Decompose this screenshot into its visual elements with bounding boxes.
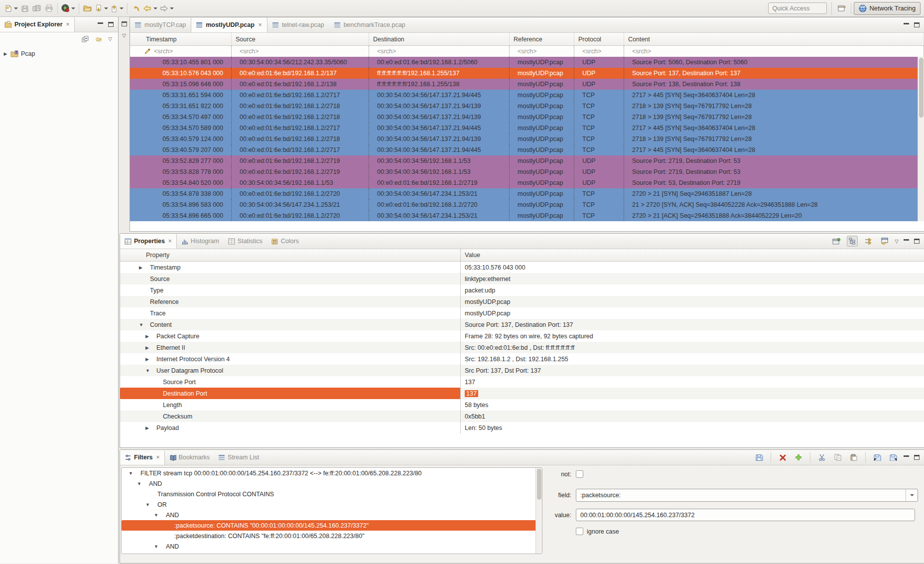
tree-item-pcap[interactable]: ▶ Pcap: [3, 49, 118, 59]
pin-view-button[interactable]: [831, 236, 842, 247]
filter-tree-scrollbar[interactable]: [535, 468, 542, 554]
close-icon[interactable]: ×: [168, 238, 172, 245]
packet-row[interactable]: 05:33:34.570 497 00000:e0:ed:01:6e:bd/19…: [130, 112, 924, 123]
perspective-network-tracing[interactable]: Network Tracing: [854, 2, 921, 15]
paste-button[interactable]: [848, 452, 859, 463]
filter-timestamp-input[interactable]: <srch>: [130, 46, 232, 57]
expander-icon[interactable]: ▼: [139, 322, 150, 327]
quick-access-input[interactable]: Quick Access: [768, 2, 827, 14]
packet-row[interactable]: 05:33:15.096 646 00000:e0:ed:01:6e:bd/19…: [130, 79, 924, 90]
tab-benchmarktrace-pcap[interactable]: benchmarkTrace.pcap: [329, 17, 410, 32]
packet-row[interactable]: 05:33:53.828 778 00000:e0:ed:01:6e:bd/19…: [130, 166, 924, 177]
not-checkbox[interactable]: [576, 470, 583, 478]
save-button[interactable]: [19, 2, 31, 15]
filter-tree-row[interactable]: ▼AND: [122, 478, 542, 489]
packet-row[interactable]: 05:33:40.579 124 00000:e0:ed:01:6e:bd/19…: [130, 134, 924, 144]
filter-tree-row[interactable]: :packetsource: CONTAINS "00:00:01:00:00:…: [122, 520, 542, 531]
profile-dropdown-caret[interactable]: [71, 7, 75, 9]
property-row[interactable]: Typepacket:udp: [120, 284, 924, 296]
property-row[interactable]: ▼User Datagram ProtocolSrc Port: 137, Ds…: [120, 365, 924, 376]
sync-selection-button[interactable]: [863, 236, 874, 247]
expander-icon[interactable]: ▶: [3, 51, 8, 56]
filter-tree-row[interactable]: :packetdestination: CONTAINS "fe:ff:20:0…: [122, 531, 542, 541]
open-perspective-button[interactable]: [836, 2, 848, 15]
property-row[interactable]: Source Port137: [120, 376, 924, 388]
column-header-reference[interactable]: Reference: [510, 33, 574, 45]
close-icon[interactable]: ×: [259, 21, 262, 28]
add-filter-button[interactable]: [793, 452, 804, 463]
expander-icon[interactable]: ▶: [145, 345, 156, 350]
export-table-button[interactable]: [879, 236, 890, 247]
maximize-icon[interactable]: [914, 239, 920, 244]
filter-content-input[interactable]: <srch>: [624, 46, 924, 57]
export-dropdown-caret[interactable]: [120, 7, 124, 9]
filter-destination-input[interactable]: <srch>: [369, 46, 510, 57]
tab-stream-list[interactable]: Stream List: [214, 450, 264, 465]
import-filter-button[interactable]: [872, 452, 883, 463]
maximize-icon[interactable]: [914, 22, 920, 27]
value-input[interactable]: 00:00:01:00:00:00/145.254.160.237/3372: [576, 509, 915, 521]
export-button[interactable]: [109, 2, 125, 15]
property-row[interactable]: Sourcelinktype:ethernet: [120, 273, 924, 284]
packet-row[interactable]: 05:33:54.896 583 00000:30:54:00:34:56/14…: [130, 199, 924, 210]
tab-telnet-raw-pcap[interactable]: telnet-raw.pcap: [267, 17, 329, 32]
column-header-timestamp[interactable]: Timestamp: [130, 33, 232, 45]
scrollbar-thumb[interactable]: [537, 469, 541, 500]
save-all-button[interactable]: [31, 2, 43, 15]
property-row[interactable]: ReferencemostlyUDP.pcap: [120, 296, 924, 307]
property-row[interactable]: Checksum0x5bb1: [120, 411, 924, 422]
tab-mostlyudp-pcap[interactable]: mostlyUDP.pcap ×: [191, 17, 267, 32]
packet-row[interactable]: 05:33:34.570 589 00000:e0:ed:01:6e:bd/19…: [130, 123, 924, 134]
ignore-case-checkbox[interactable]: [576, 528, 583, 535]
property-row[interactable]: TracemostlyUDP.pcap: [120, 307, 924, 319]
filter-tree-row[interactable]: ▼AND: [122, 510, 542, 520]
column-header-source[interactable]: Source: [232, 33, 369, 45]
packet-row[interactable]: 05:33:40.579 207 00000:e0:ed:01:6e:bd/19…: [130, 144, 924, 155]
save-filter-button[interactable]: [754, 452, 765, 463]
delete-filter-button[interactable]: [777, 452, 788, 463]
import-dropdown-caret[interactable]: [104, 7, 108, 9]
minimize-icon[interactable]: [904, 455, 909, 457]
property-row[interactable]: ▶Internet Protocol Version 4Src: 192.168…: [120, 353, 924, 365]
cut-button[interactable]: [816, 452, 827, 463]
tree-mode-button[interactable]: [847, 236, 858, 247]
packet-row[interactable]: 05:33:10.576 043 00000:e0:ed:01:6e:bd/19…: [130, 68, 924, 79]
column-header-property[interactable]: Property: [120, 249, 460, 261]
scrollbar-thumb[interactable]: [919, 58, 924, 118]
property-row[interactable]: ▶Ethernet IISrc: 00:e0:ed:01:6e:bd , Dst…: [120, 342, 924, 353]
new-dropdown-caret[interactable]: [14, 7, 18, 9]
packet-row[interactable]: 05:33:31.651 922 00000:e0:ed:01:6e:bd/19…: [130, 101, 924, 112]
minimize-icon[interactable]: [904, 239, 909, 241]
link-with-editor-icon[interactable]: [95, 36, 103, 43]
packet-row[interactable]: 05:33:54.878 338 00000:e0:ed:01:6e:bd/19…: [130, 188, 924, 199]
restore-view-icon[interactable]: [122, 21, 127, 26]
last-edit-location-button[interactable]: [130, 2, 142, 15]
export-filter-button[interactable]: [888, 452, 899, 463]
import-button[interactable]: [94, 2, 109, 15]
column-header-content[interactable]: Content: [624, 33, 924, 45]
tab-properties[interactable]: Properties ×: [120, 234, 177, 249]
field-combo[interactable]: :packetsource:: [576, 489, 918, 502]
view-menu-icon[interactable]: ▽: [108, 36, 112, 42]
expander-icon[interactable]: ▶: [139, 265, 150, 270]
open-trace-button[interactable]: [82, 2, 94, 15]
property-row[interactable]: ▼ContentSource Port: 137, Destination Po…: [120, 319, 924, 330]
packet-row[interactable]: 05:33:52.829 277 00000:e0:ed:01:6e:bd/19…: [130, 155, 924, 166]
maximize-icon[interactable]: [108, 22, 114, 27]
back-button[interactable]: [142, 2, 158, 15]
expander-icon[interactable]: ▶: [145, 357, 156, 362]
tab-histogram[interactable]: Histogram: [177, 234, 224, 249]
tab-filters[interactable]: Filters ×: [120, 450, 165, 465]
trim-menu-icon[interactable]: ▽: [122, 33, 126, 38]
expander-icon[interactable]: ▼: [129, 471, 140, 476]
expander-icon[interactable]: ▼: [154, 513, 166, 518]
expander-icon[interactable]: ▶: [145, 425, 156, 430]
expander-icon[interactable]: ▼: [154, 544, 166, 549]
expander-icon[interactable]: ▼: [145, 502, 157, 507]
forward-button[interactable]: [158, 2, 175, 15]
column-header-value[interactable]: Value: [460, 249, 924, 261]
column-header-destination[interactable]: Destination: [369, 33, 510, 45]
expander-icon[interactable]: ▼: [145, 368, 156, 373]
close-icon[interactable]: ×: [66, 21, 70, 28]
print-button[interactable]: [43, 2, 55, 15]
